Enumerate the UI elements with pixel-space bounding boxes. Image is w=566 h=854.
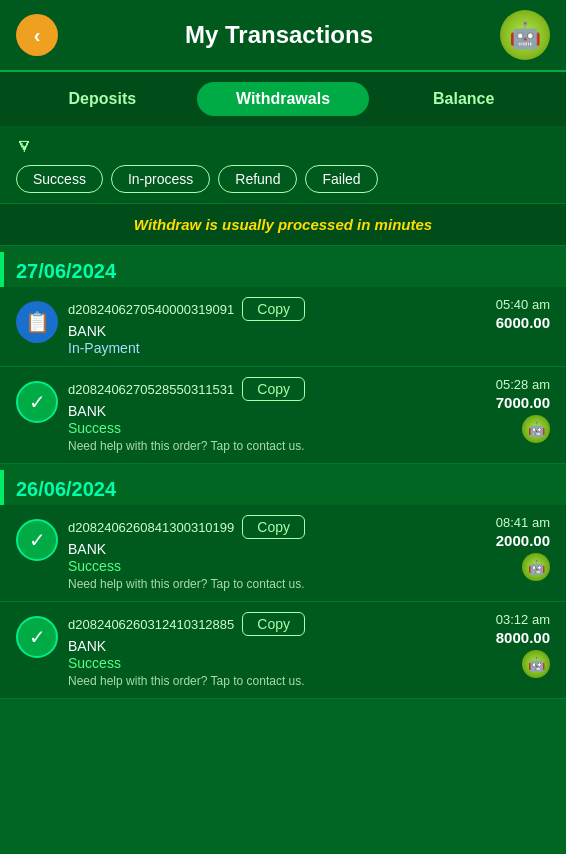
support-icon: 🤖 xyxy=(522,650,550,678)
filter-buttons: Success In-process Refund Failed xyxy=(16,165,550,193)
robot-icon: 🤖 xyxy=(500,10,550,60)
date-header-2: 26/06/2024 xyxy=(0,470,566,505)
tx-order-id: d208240626031241031288​5 xyxy=(68,617,234,632)
tx-amount: 2000.00 xyxy=(480,532,550,549)
copy-button[interactable]: Copy xyxy=(242,612,305,636)
document-icon: 📋 xyxy=(25,310,50,334)
support-icon: 🤖 xyxy=(522,415,550,443)
tx-amount: 8000.00 xyxy=(480,629,550,646)
filter-refund[interactable]: Refund xyxy=(218,165,297,193)
tx-details: d208240626031241031288​5 Copy BANK Succe… xyxy=(68,612,470,688)
tab-balance[interactable]: Balance xyxy=(377,82,550,116)
back-icon: ‹ xyxy=(34,24,41,47)
transaction-list: 27/06/2024 📋 d208240627054000031909​1 Co… xyxy=(0,252,566,699)
support-icon: 🤖 xyxy=(522,553,550,581)
tx-bank: BANK xyxy=(68,638,470,654)
back-button[interactable]: ‹ xyxy=(16,14,58,56)
tx-status: In-Payment xyxy=(68,340,470,356)
tx-right: 05:28 am 7000.00 🤖 xyxy=(480,377,550,443)
tx-right: 03:12 am 8000.00 🤖 xyxy=(480,612,550,678)
tx-help-text[interactable]: Need help with this order? Tap to contac… xyxy=(68,577,470,591)
tx-amount: 6000.00 xyxy=(480,314,550,331)
notice-banner: Withdraw is usually processed in minutes xyxy=(0,203,566,246)
table-row: ✓ d208240627052855031153​1 Copy BANK Suc… xyxy=(0,367,566,464)
copy-button[interactable]: Copy xyxy=(242,297,305,321)
filter-icon: ⛛ xyxy=(16,136,550,157)
filter-area: ⛛ Success In-process Refund Failed xyxy=(0,126,566,203)
copy-button[interactable]: Copy xyxy=(242,515,305,539)
tx-status: Success xyxy=(68,655,470,671)
date-label-1: 27/06/2024 xyxy=(16,260,116,283)
table-row: ✓ d208240626084130031019​9 Copy BANK Suc… xyxy=(0,505,566,602)
tx-icon-success: ✓ xyxy=(16,616,58,658)
tx-bank: BANK xyxy=(68,403,470,419)
tx-order-id: d208240626084130031019​9 xyxy=(68,520,234,535)
filter-inprocess[interactable]: In-process xyxy=(111,165,210,193)
tx-icon-success: ✓ xyxy=(16,381,58,423)
tx-id-row: d208240627052855031153​1 Copy xyxy=(68,377,470,401)
tabs-bar: Deposits Withdrawals Balance xyxy=(0,72,566,126)
checkmark-icon: ✓ xyxy=(29,625,46,649)
tx-id-row: d208240626031241031288​5 Copy xyxy=(68,612,470,636)
tx-help-text[interactable]: Need help with this order? Tap to contac… xyxy=(68,439,470,453)
tx-id-row: d208240626084130031019​9 Copy xyxy=(68,515,470,539)
tx-details: d208240626084130031019​9 Copy BANK Succe… xyxy=(68,515,470,591)
tx-time: 03:12 am xyxy=(480,612,550,627)
copy-button[interactable]: Copy xyxy=(242,377,305,401)
filter-success[interactable]: Success xyxy=(16,165,103,193)
filter-failed[interactable]: Failed xyxy=(305,165,377,193)
tx-status: Success xyxy=(68,420,470,436)
table-row: 📋 d208240627054000031909​1 Copy BANK In-… xyxy=(0,287,566,367)
tab-deposits[interactable]: Deposits xyxy=(16,82,189,116)
tx-order-id: d208240627054000031909​1 xyxy=(68,302,234,317)
tx-time: 05:40 am xyxy=(480,297,550,312)
tx-details: d208240627052855031153​1 Copy BANK Succe… xyxy=(68,377,470,453)
tx-bank: BANK xyxy=(68,323,470,339)
tx-icon-success: ✓ xyxy=(16,519,58,561)
tx-support[interactable]: 🤖 xyxy=(480,650,550,678)
tx-id-row: d208240627054000031909​1 Copy xyxy=(68,297,470,321)
tx-time: 05:28 am xyxy=(480,377,550,392)
tx-icon-inpayment: 📋 xyxy=(16,301,58,343)
checkmark-icon: ✓ xyxy=(29,390,46,414)
tx-support[interactable]: 🤖 xyxy=(480,553,550,581)
date-header-1: 27/06/2024 xyxy=(0,252,566,287)
tx-status: Success xyxy=(68,558,470,574)
tx-right: 08:41 am 2000.00 🤖 xyxy=(480,515,550,581)
header: ‹ My Transactions 🤖 xyxy=(0,0,566,72)
tx-right: 05:40 am 6000.00 xyxy=(480,297,550,331)
tx-bank: BANK xyxy=(68,541,470,557)
page-title: My Transactions xyxy=(185,21,373,49)
tx-support[interactable]: 🤖 xyxy=(480,415,550,443)
tx-time: 08:41 am xyxy=(480,515,550,530)
tx-details: d208240627054000031909​1 Copy BANK In-Pa… xyxy=(68,297,470,356)
tab-withdrawals[interactable]: Withdrawals xyxy=(197,82,370,116)
tx-amount: 7000.00 xyxy=(480,394,550,411)
date-label-2: 26/06/2024 xyxy=(16,478,116,501)
tx-help-text[interactable]: Need help with this order? Tap to contac… xyxy=(68,674,470,688)
checkmark-icon: ✓ xyxy=(29,528,46,552)
tx-order-id: d208240627052855031153​1 xyxy=(68,382,234,397)
table-row: ✓ d208240626031241031288​5 Copy BANK Suc… xyxy=(0,602,566,699)
